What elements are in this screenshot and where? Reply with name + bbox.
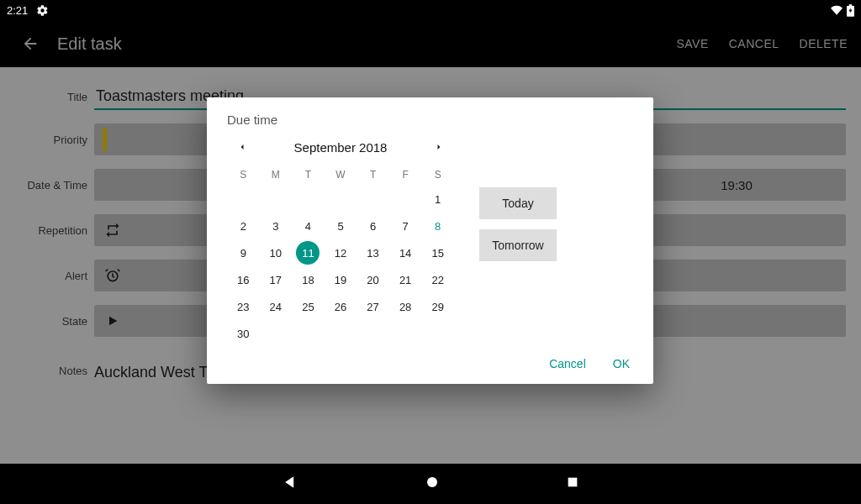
calendar-day[interactable]: 28 (389, 293, 422, 320)
system-nav-bar (0, 464, 861, 504)
battery-icon (847, 4, 854, 17)
calendar-day[interactable]: 10 (260, 239, 293, 266)
calendar-day[interactable]: 14 (389, 239, 422, 266)
today-button[interactable]: Today (479, 187, 557, 219)
dialog-title: Due time (227, 113, 633, 127)
calendar-day[interactable]: 21 (389, 266, 422, 293)
calendar-day[interactable]: 9 (227, 239, 260, 266)
nav-recent-icon[interactable] (566, 475, 579, 492)
calendar-day[interactable]: 7 (389, 213, 422, 239)
calendar-day[interactable]: 4 (292, 213, 325, 239)
calendar-day[interactable]: 18 (292, 266, 325, 293)
calendar-dow: W (325, 164, 357, 186)
calendar-day[interactable]: 6 (357, 213, 389, 239)
calendar-day[interactable]: 24 (260, 293, 293, 320)
calendar-dow: F (389, 164, 422, 186)
next-month-button[interactable] (429, 137, 449, 157)
wifi-icon (830, 4, 843, 16)
calendar-day[interactable]: 23 (227, 293, 260, 320)
calendar-day[interactable]: 1 (421, 186, 454, 213)
calendar-day[interactable]: 22 (421, 266, 454, 293)
calendar-day[interactable]: 5 (325, 213, 357, 239)
calendar-dow: T (357, 164, 389, 186)
calendar-day[interactable]: 15 (421, 239, 454, 266)
due-time-dialog: Due time September 2018 SMTWTFS123456789… (207, 97, 653, 384)
calendar-day[interactable]: 29 (421, 293, 454, 320)
calendar-day[interactable]: 16 (227, 266, 260, 293)
prev-month-button[interactable] (232, 137, 252, 157)
gear-icon (36, 4, 49, 17)
calendar-day[interactable]: 19 (325, 266, 357, 293)
tomorrow-button[interactable]: Tomorrow (479, 229, 557, 261)
calendar-day[interactable]: 12 (325, 239, 357, 266)
calendar-day[interactable]: 17 (260, 266, 293, 293)
calendar-dow: M (260, 164, 293, 186)
dialog-cancel-button[interactable]: Cancel (549, 357, 586, 370)
nav-back-icon[interactable] (282, 474, 298, 494)
calendar-day[interactable]: 20 (357, 266, 389, 293)
calendar-day[interactable]: 3 (260, 213, 293, 239)
svg-point-1 (427, 477, 437, 487)
dialog-ok-button[interactable]: OK (613, 357, 630, 370)
calendar-day[interactable]: 13 (357, 239, 389, 266)
calendar-day[interactable]: 27 (357, 293, 389, 320)
calendar: September 2018 SMTWTFS123456789101112131… (227, 137, 454, 347)
calendar-day[interactable]: 11 (292, 239, 325, 266)
calendar-day[interactable]: 26 (325, 293, 357, 320)
calendar-month-label: September 2018 (294, 140, 388, 155)
status-time: 2:21 (7, 4, 28, 17)
calendar-day[interactable]: 2 (227, 213, 260, 239)
calendar-day[interactable]: 25 (292, 293, 325, 320)
calendar-day[interactable]: 30 (227, 320, 260, 347)
status-bar: 2:21 (0, 0, 861, 20)
calendar-dow: S (227, 164, 260, 186)
nav-home-icon[interactable] (425, 475, 440, 493)
calendar-dow: S (421, 164, 454, 186)
calendar-day[interactable]: 8 (421, 213, 454, 239)
calendar-dow: T (292, 164, 325, 186)
svg-rect-2 (568, 478, 578, 487)
